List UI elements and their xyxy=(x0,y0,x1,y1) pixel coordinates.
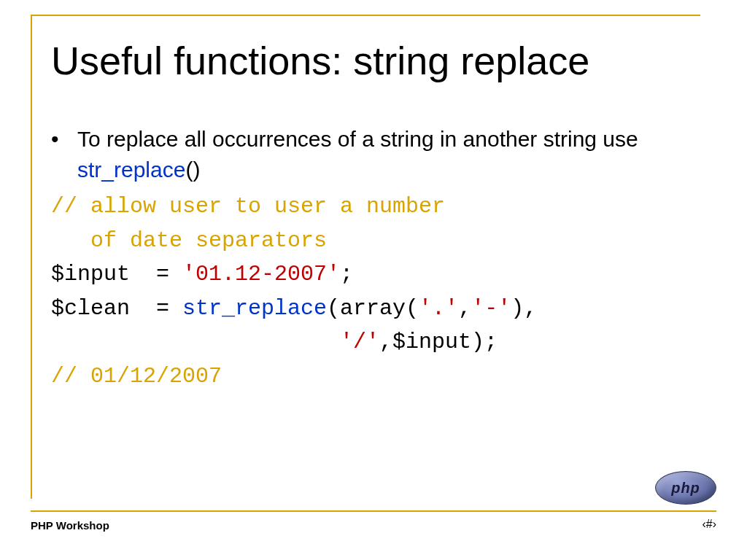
footer-left: PHP Workshop xyxy=(31,519,109,532)
code-string: '-' xyxy=(471,296,511,321)
code-string: '01.12-2007' xyxy=(182,262,340,287)
page-number: # xyxy=(706,518,713,530)
footer-divider xyxy=(31,510,716,512)
code-comment-line: // allow user to user a number xyxy=(51,194,445,219)
slide-body: • To replace all occurrences of a string… xyxy=(51,124,708,393)
php-logo-ellipse: php xyxy=(655,471,716,505)
frame-left xyxy=(31,15,32,499)
code-token: ; xyxy=(340,262,353,287)
function-name: str_replace xyxy=(77,158,185,182)
slide-title: Useful functions: string replace xyxy=(51,38,589,83)
frame-top xyxy=(31,15,700,16)
code-indent xyxy=(51,330,340,354)
bullet-text: To replace all occurrences of a string i… xyxy=(77,124,708,185)
page-suffix: › xyxy=(713,518,716,530)
bullet-text-before: To replace all occurrences of a string i… xyxy=(77,127,638,151)
bullet-marker: • xyxy=(51,124,77,185)
code-token: ,$input); xyxy=(379,330,498,354)
bullet-text-after: () xyxy=(185,158,200,182)
code-block: // allow user to user a number of date s… xyxy=(51,190,708,393)
code-comment-line: of date separators xyxy=(51,228,327,253)
php-logo: php xyxy=(655,471,716,505)
footer-page-number: ‹#› xyxy=(702,518,716,531)
code-comment-line: // 01/12/2007 xyxy=(51,364,222,389)
code-string: '.' xyxy=(419,296,458,321)
php-logo-text: php xyxy=(671,480,700,497)
bullet-item: • To replace all occurrences of a string… xyxy=(51,124,708,185)
code-token: , xyxy=(458,296,471,321)
code-string: '/' xyxy=(340,330,379,354)
code-token: $clean = xyxy=(51,296,182,321)
code-token: ), xyxy=(511,296,537,321)
code-function: str_replace xyxy=(182,296,327,321)
slide: Useful functions: string replace • To re… xyxy=(0,0,747,560)
code-token: (array( xyxy=(327,296,419,321)
code-token: $input = xyxy=(51,262,182,287)
